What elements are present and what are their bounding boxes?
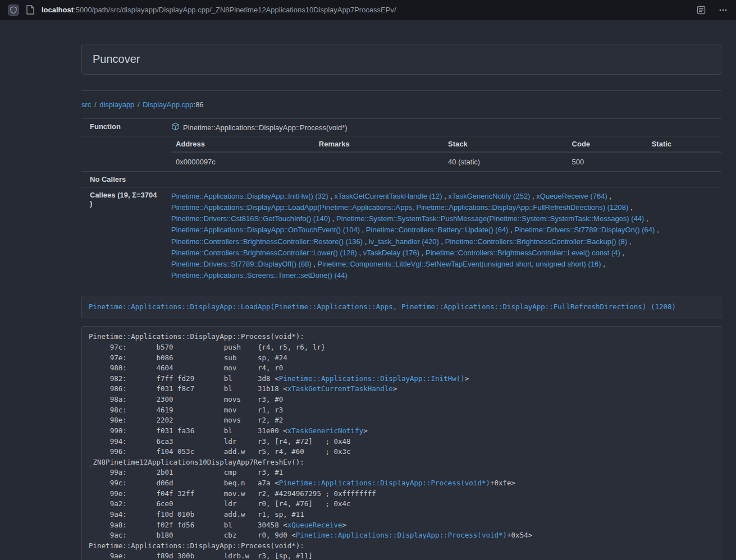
no-callers-row: No Callers xyxy=(81,172,721,187)
disasm-line: 9a2: 6ce0 ldr r0, [r4, #76] ; 0x4c xyxy=(89,499,714,509)
symbol-link[interactable]: Pinetime::Applications::DisplayApp::Init… xyxy=(279,374,465,383)
callee-link[interactable]: Pinetime::Drivers::St7789::DisplayOff() … xyxy=(171,260,312,268)
callee-link[interactable]: Pinetime::Controllers::BrightnessControl… xyxy=(171,249,357,257)
stats-column-header: Static xyxy=(647,136,721,152)
page-container: Puncover src / displayapp / DisplayApp.c… xyxy=(81,44,721,560)
callee-link[interactable]: xTaskGetCurrentTaskHandle (12) xyxy=(334,192,442,200)
callees-label: Callees (19, Σ=3704 ) xyxy=(81,187,163,285)
callee-link[interactable]: lv_task_handler (420) xyxy=(369,237,439,246)
disasm-line: 982: f7ff fd29 bl 3d8 <Pinetime::Applica… xyxy=(89,374,714,384)
disasm-line: 990: f031 fa36 bl 31e00 <xTaskGenericNot… xyxy=(89,426,714,437)
stats-cell xyxy=(314,152,444,171)
function-row: Function Pinetime::Applications::Display… xyxy=(81,119,721,136)
disasm-line: _ZN8Pinetime12Applications10DisplayApp7R… xyxy=(89,457,714,468)
disasm-line: Pinetime::Applications::DisplayApp::Proc… xyxy=(89,332,714,342)
shield-icon[interactable] xyxy=(8,4,19,16)
callee-link[interactable]: Pinetime::Controllers::BrightnessControl… xyxy=(426,249,620,257)
toolbar-left: localhost:5000/path/src/displayapp/Displ… xyxy=(8,4,697,16)
disasm-line: 99c: d06d beq.n a7a <Pinetime::Applicati… xyxy=(89,478,714,489)
breadcrumb-separator: / xyxy=(134,100,143,109)
callee-link[interactable]: Pinetime::Applications::DisplayApp::Init… xyxy=(171,192,328,200)
stats-cell: 500 xyxy=(568,152,647,171)
function-stats-row: AddressRemarksStackCodeStatic 0x0000097c… xyxy=(81,136,721,172)
disasm-line: 9a4: f10d 010b add.w r1, sp, #11 xyxy=(89,509,714,520)
callee-link[interactable]: Pinetime::Drivers::Cst816S::GetTouchInfo… xyxy=(171,214,330,223)
disasm-line: 9ac: b180 cbz r0, 9d0 <Pinetime::Applica… xyxy=(89,530,714,541)
stats-column-header: Remarks xyxy=(314,136,444,152)
callee-link[interactable]: Pinetime::Controllers::BrightnessControl… xyxy=(445,237,627,246)
disasm-line: 97c: b570 push {r4, r5, r6, lr} xyxy=(89,342,714,353)
callees-row: Callees (19, Σ=3704 ) Pinetime::Applicat… xyxy=(81,187,721,285)
disasm-line: 986: f031 f8c7 bl 31b18 <xTaskGetCurrent… xyxy=(89,384,714,394)
disasm-line: 980: 4604 mov r4, r0 xyxy=(89,363,714,374)
disasm-line: 996: f104 053c add.w r5, r4, #60 ; 0x3c xyxy=(89,447,714,457)
callee-link[interactable]: Pinetime::Controllers::Battery::Update()… xyxy=(366,226,509,234)
breadcrumb-separator: / xyxy=(91,100,99,109)
callee-link[interactable]: xTaskGenericNotify (252) xyxy=(449,192,531,200)
disasm-line: 99e: f04f 32ff mov.w r2, #4294967295 ; 0… xyxy=(89,489,714,499)
breadcrumb-link[interactable]: displayapp xyxy=(99,100,134,109)
no-callers-label: No Callers xyxy=(81,172,163,187)
stats-cell: 0x0000097c xyxy=(171,152,314,171)
disasm-line: Pinetime::Applications::DisplayApp::Proc… xyxy=(89,541,714,552)
breadcrumb-line-suffix: :86 xyxy=(194,100,204,109)
selected-callee-link[interactable]: Pinetime::Applications::DisplayApp::Load… xyxy=(89,302,676,311)
callee-link[interactable]: xQueueReceive (764) xyxy=(536,192,607,200)
disasm-line: 994: 6ca3 ldr r3, [r4, #72] ; 0x48 xyxy=(89,437,714,447)
symbol-link[interactable]: Pinetime::Applications::DisplayApp::Proc… xyxy=(279,479,490,487)
toolbar-right xyxy=(697,5,728,15)
divider xyxy=(81,90,721,91)
breadcrumb-link[interactable]: src xyxy=(81,100,91,109)
method-cube-icon xyxy=(171,122,180,132)
callee-link[interactable]: Pinetime::Components::LittleVgl::SetNewT… xyxy=(318,260,601,268)
selected-callee-box: Pinetime::Applications::DisplayApp::Load… xyxy=(81,296,721,318)
stats-cell xyxy=(647,152,721,171)
breadcrumb-link[interactable]: DisplayApp.cpp xyxy=(143,100,193,109)
reader-mode-icon[interactable] xyxy=(697,6,706,15)
callee-link[interactable]: Pinetime::Drivers::St7789::DisplayOn() (… xyxy=(514,226,655,234)
breadcrumb: src / displayapp / DisplayApp.cpp:86 xyxy=(81,100,721,109)
stats-column-header: Code xyxy=(568,136,647,152)
disasm-line: 97e: b086 sub sp, #24 xyxy=(89,353,714,364)
disassembly-block: Pinetime::Applications::DisplayApp::Proc… xyxy=(81,326,721,560)
function-label: Function xyxy=(81,119,163,136)
callee-link[interactable]: Pinetime::Controllers::BrightnessControl… xyxy=(171,237,363,246)
app-header-panel: Puncover xyxy=(81,44,721,75)
stats-column-header: Stack xyxy=(444,136,568,152)
callee-link[interactable]: Pinetime::Applications::Screens::Timer::… xyxy=(171,271,348,279)
disasm-line: 9ae: f89d 300b ldrb.w r3, [sp, #11] xyxy=(89,551,714,560)
callee-link[interactable]: Pinetime::Applications::DisplayApp::OnTo… xyxy=(171,226,360,234)
page-icon xyxy=(26,5,34,15)
browser-toolbar: localhost:5000/path/src/displayapp/Displ… xyxy=(0,0,736,20)
function-stats-table: AddressRemarksStackCodeStatic 0x0000097c… xyxy=(171,136,721,171)
disasm-line: 9a8: f02f fd56 bl 30458 <xQueueReceive> xyxy=(89,520,714,531)
function-name: Pinetime::Applications::DisplayApp::Proc… xyxy=(183,123,348,132)
disasm-line: 98e: 2202 movs r2, #2 xyxy=(89,415,714,426)
callees-list: Pinetime::Applications::DisplayApp::Init… xyxy=(163,187,721,285)
app-title: Puncover xyxy=(93,53,140,65)
symbol-link[interactable]: xQueueReceive xyxy=(287,521,342,529)
function-table: Function Pinetime::Applications::Display… xyxy=(81,118,721,284)
menu-ellipsis-icon[interactable] xyxy=(718,5,728,15)
stats-column-header: Address xyxy=(171,136,314,152)
symbol-link[interactable]: xTaskGetCurrentTaskHandle xyxy=(287,384,393,393)
disasm-line: 98c: 4619 mov r1, r3 xyxy=(89,405,714,416)
url-host: localhost xyxy=(42,6,74,14)
callee-link[interactable]: Pinetime::Applications::DisplayApp::Load… xyxy=(171,203,628,212)
url-bar[interactable]: localhost:5000/path/src/displayapp/Displ… xyxy=(42,6,396,14)
disasm-line: 99a: 2b01 cmp r3, #1 xyxy=(89,467,714,478)
symbol-link[interactable]: xTaskGenericNotify xyxy=(287,426,363,435)
url-path: :5000/path/src/displayapp/DisplayApp.cpp… xyxy=(74,6,396,14)
callee-link[interactable]: Pinetime::System::SystemTask::PushMessag… xyxy=(336,214,644,223)
callee-link[interactable]: vTaskDelay (176) xyxy=(363,249,419,257)
disasm-line: 98a: 2300 movs r3, #0 xyxy=(89,394,714,405)
symbol-link[interactable]: Pinetime::Applications::DisplayApp::Proc… xyxy=(296,531,507,539)
stats-cell: 40 (static) xyxy=(444,152,568,171)
